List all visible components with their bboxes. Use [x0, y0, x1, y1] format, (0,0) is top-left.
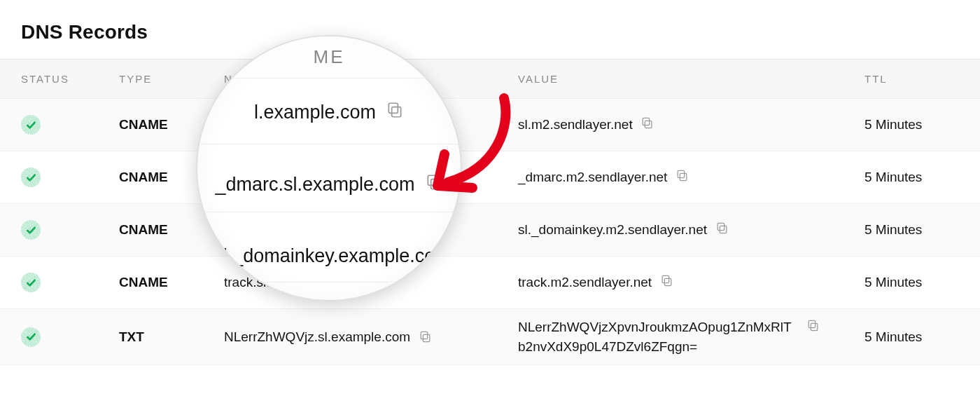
copy-name-button[interactable]: [323, 117, 339, 132]
table-row: CNAME sl.example.com sl.m2.sendlayer.net…: [0, 99, 980, 151]
record-ttl: 5 Minutes: [864, 117, 980, 132]
svg-rect-3: [643, 118, 650, 125]
svg-rect-17: [421, 332, 428, 339]
svg-rect-12: [361, 280, 368, 287]
record-type: CNAME: [119, 170, 224, 185]
record-value: sl._domainkey.m2.sendlayer.net: [518, 220, 707, 240]
record-name: sl.example.com: [224, 117, 316, 132]
svg-rect-18: [811, 323, 818, 330]
col-header-status: STATUS: [0, 73, 119, 85]
record-value: sl.m2.sendlayer.net: [518, 115, 633, 135]
status-verified-icon: [21, 273, 41, 292]
record-type: CNAME: [119, 117, 224, 132]
record-value: track.m2.sendlayer.net: [518, 273, 652, 292]
status-verified-icon: [21, 115, 41, 135]
svg-rect-5: [374, 172, 382, 179]
record-ttl: 5 Minutes: [864, 222, 980, 238]
record-type: CNAME: [119, 275, 224, 290]
svg-rect-8: [403, 228, 410, 235]
svg-rect-1: [327, 120, 334, 127]
svg-rect-0: [329, 123, 336, 130]
record-ttl: 5 Minutes: [864, 170, 980, 185]
svg-rect-4: [377, 175, 384, 182]
copy-value-button[interactable]: [674, 168, 690, 183]
svg-rect-16: [423, 334, 430, 341]
record-name: _dmarc.sl.example.com: [224, 170, 365, 185]
copy-value-button[interactable]: [659, 273, 674, 288]
svg-rect-11: [718, 223, 724, 230]
svg-rect-13: [359, 278, 366, 285]
col-header-type: TYPE: [119, 73, 224, 85]
table-row: TXT NLerrZhWQVjz.sl.example.com NLerrZhW…: [0, 309, 980, 365]
status-verified-icon: [21, 220, 41, 240]
record-value: _dmarc.m2.sendlayer.net: [518, 168, 667, 187]
copy-name-button[interactable]: [372, 170, 387, 185]
svg-rect-2: [645, 121, 652, 128]
svg-rect-14: [664, 278, 671, 285]
copy-value-button[interactable]: [640, 115, 655, 130]
svg-rect-10: [720, 226, 727, 233]
col-header-name: NAME: [224, 73, 518, 85]
col-header-value: VALUE: [518, 73, 864, 85]
copy-name-button[interactable]: [398, 222, 413, 238]
table-row: CNAME _dmarc.sl.example.com _dmarc.m2.se…: [0, 151, 980, 204]
status-verified-icon: [21, 327, 41, 347]
table-row: CNAME track.sl.example.com track.m2.send…: [0, 257, 980, 309]
record-ttl: 5 Minutes: [864, 275, 980, 290]
svg-rect-9: [401, 225, 408, 232]
record-name: track.sl.example.com: [224, 275, 349, 290]
svg-rect-6: [680, 173, 687, 180]
svg-rect-7: [678, 170, 685, 177]
record-type: CNAME: [119, 222, 224, 238]
table-header-row: STATUS TYPE NAME VALUE TTL: [0, 60, 980, 99]
record-name: sl._domainkey.example.com: [224, 222, 391, 238]
page-title: DNS Records: [0, 0, 980, 59]
dns-records-table: STATUS TYPE NAME VALUE TTL CNAME sl.exam…: [0, 59, 980, 365]
status-verified-icon: [21, 168, 41, 187]
copy-name-button[interactable]: [417, 329, 433, 345]
record-name: NLerrZhWQVjz.sl.example.com: [224, 329, 410, 345]
table-row: CNAME sl._domainkey.example.com sl._doma…: [0, 204, 980, 257]
record-value: NLerrZhWQVjzXpvnJroukmzAOpug1ZnMxRlTb2nv…: [518, 318, 798, 356]
record-type: TXT: [119, 329, 224, 345]
col-header-ttl: TTL: [864, 73, 980, 85]
copy-value-button[interactable]: [714, 220, 729, 235]
record-ttl: 5 Minutes: [864, 329, 980, 345]
copy-value-button[interactable]: [805, 318, 820, 333]
copy-name-button[interactable]: [356, 275, 371, 290]
svg-rect-15: [662, 275, 669, 282]
svg-rect-19: [808, 320, 816, 327]
